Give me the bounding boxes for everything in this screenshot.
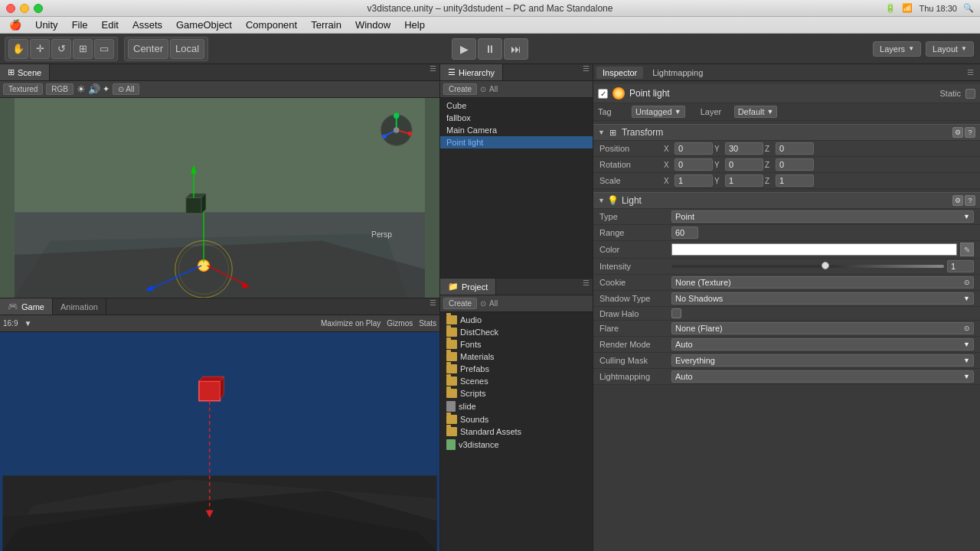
project-item-slide[interactable]: slide <box>440 399 593 413</box>
step-button[interactable]: ⏭ <box>504 38 528 60</box>
menu-gameobject[interactable]: GameObject <box>170 18 238 32</box>
apple-menu[interactable]: 🍎 <box>3 18 28 32</box>
hierarchy-item-cube[interactable]: Cube <box>440 99 593 112</box>
menu-unity[interactable]: Unity <box>29 18 64 32</box>
light-header[interactable]: ▼ 💡 Light ⚙ ? <box>593 192 980 209</box>
play-button[interactable]: ▶ <box>452 38 476 60</box>
scene-panel-menu[interactable]: ☰ <box>426 64 439 80</box>
game-view[interactable] <box>0 332 439 551</box>
menu-help[interactable]: Help <box>398 18 431 32</box>
light-cookie-dropdown[interactable]: None (Texture) ⊙ <box>671 276 974 289</box>
object-name-field[interactable]: Point light <box>629 88 935 99</box>
rect-tool[interactable]: ▭ <box>94 39 114 59</box>
center-pivot-btn[interactable]: Center <box>128 39 168 59</box>
light-settings-btn[interactable]: ⚙ <box>952 195 963 206</box>
lightmapping-dropdown[interactable]: Auto ▼ <box>671 370 974 383</box>
scale-x-field[interactable]: 1 <box>675 174 713 187</box>
project-item-prefabs[interactable]: Prefabs <box>440 363 593 375</box>
transform-settings-btn[interactable]: ⚙ <box>952 127 963 138</box>
object-active-checkbox[interactable]: ✓ <box>598 89 608 99</box>
light-range-field[interactable]: 60 <box>671 227 698 239</box>
hand-tool[interactable]: ✋ <box>8 39 28 59</box>
rotation-z-field[interactable]: 0 <box>776 158 814 171</box>
culling-mask-dropdown[interactable]: Everything ▼ <box>671 354 974 367</box>
close-button[interactable] <box>6 4 15 13</box>
project-panel-menu[interactable]: ☰ <box>580 279 593 295</box>
hierarchy-create-btn[interactable]: Create <box>443 83 477 95</box>
project-item-scripts[interactable]: Scripts <box>440 387 593 399</box>
audio-icon[interactable]: 🔊 <box>88 83 100 95</box>
scale-y-field[interactable]: 1 <box>725 174 763 187</box>
fx-icon[interactable]: ✦ <box>103 84 109 94</box>
menu-edit[interactable]: Edit <box>96 18 125 32</box>
menu-terrain[interactable]: Terrain <box>305 18 348 32</box>
scale-z-field[interactable]: 1 <box>776 174 814 187</box>
project-item-sounds[interactable]: Sounds <box>440 413 593 425</box>
project-item-scenes[interactable]: Scenes <box>440 375 593 387</box>
maximize-on-play-btn[interactable]: Maximize on Play <box>321 319 381 328</box>
pause-button[interactable]: ⏸ <box>478 38 502 60</box>
position-y-field[interactable]: 30 <box>725 142 763 155</box>
rotation-x-field[interactable]: 0 <box>675 158 713 171</box>
layers-dropdown[interactable]: Layers ▼ <box>873 41 921 57</box>
menu-file[interactable]: File <box>66 18 94 32</box>
scale-tool[interactable]: ⊞ <box>73 39 93 59</box>
project-item-audio[interactable]: Audio <box>440 314 593 326</box>
move-tool[interactable]: ✛ <box>30 39 50 59</box>
tab-animation[interactable]: Animation <box>53 298 106 315</box>
light-question-btn[interactable]: ? <box>965 195 975 206</box>
tag-dropdown[interactable]: Untagged ▼ <box>632 106 685 118</box>
stats-btn[interactable]: Stats <box>419 319 436 328</box>
position-x-field[interactable]: 0 <box>675 142 713 155</box>
tab-scene[interactable]: ⊞ Scene <box>0 64 50 80</box>
layer-dropdown[interactable]: Default ▼ <box>734 106 778 118</box>
textured-btn[interactable]: Textured <box>3 83 43 95</box>
search-icon[interactable]: 🔍 <box>963 3 974 13</box>
layout-dropdown[interactable]: Layout ▼ <box>926 41 974 57</box>
tab-hierarchy[interactable]: ☰ Hierarchy <box>440 64 503 80</box>
maximize-button[interactable] <box>34 4 43 13</box>
gizmos-btn[interactable]: Gizmos <box>387 319 413 328</box>
hierarchy-panel-menu[interactable]: ☰ <box>580 64 593 80</box>
scene-view[interactable]: Persp <box>0 98 439 298</box>
rotate-tool[interactable]: ↺ <box>51 39 71 59</box>
rotation-y-field[interactable]: 0 <box>725 158 763 171</box>
hierarchy-item-fallbox[interactable]: fallbox <box>440 112 593 124</box>
project-item-standard-assets[interactable]: Standard Assets <box>440 425 593 438</box>
project-create-btn[interactable]: Create <box>443 298 477 309</box>
transform-question-btn[interactable]: ? <box>965 127 975 138</box>
hierarchy-item-maincamera[interactable]: Main Camera <box>440 124 593 136</box>
tab-game[interactable]: 🎮 Game <box>0 298 53 315</box>
intensity-slider[interactable] <box>671 265 944 268</box>
project-item-distcheck[interactable]: DistCheck <box>440 326 593 338</box>
static-checkbox[interactable] <box>965 89 975 99</box>
project-item-v3distance[interactable]: v3distance <box>440 438 593 452</box>
inspector-panel-menu[interactable]: ☰ <box>964 68 977 77</box>
menu-component[interactable]: Component <box>240 18 303 32</box>
render-mode-dropdown[interactable]: Auto ▼ <box>671 338 974 350</box>
rgb-btn[interactable]: RGB <box>46 83 74 95</box>
tab-project[interactable]: 📁 Project <box>440 279 496 295</box>
position-z-field[interactable]: 0 <box>776 142 814 155</box>
project-item-fonts[interactable]: Fonts <box>440 338 593 350</box>
intensity-thumb[interactable] <box>822 262 829 269</box>
shadow-type-dropdown[interactable]: No Shadows ▼ <box>671 292 974 305</box>
local-global-btn[interactable]: Local <box>170 39 204 59</box>
light-type-dropdown[interactable]: Point ▼ <box>671 210 974 223</box>
flare-dropdown[interactable]: None (Flare) ⊙ <box>671 322 974 334</box>
all-layers-btn[interactable]: ⊙ All <box>113 83 139 95</box>
project-item-materials[interactable]: Materials <box>440 350 593 363</box>
tab-lightmapping[interactable]: Lightmapping <box>646 67 709 79</box>
transform-header[interactable]: ▼ ⊞ Transform ⚙ ? <box>593 124 980 141</box>
draw-halo-checkbox[interactable] <box>671 308 681 318</box>
intensity-value[interactable]: 1 <box>947 260 974 272</box>
minimize-button[interactable] <box>20 4 29 13</box>
menu-window[interactable]: Window <box>349 18 397 32</box>
sun-icon[interactable]: ☀ <box>77 83 86 95</box>
hierarchy-item-pointlight[interactable]: Point light <box>440 136 593 148</box>
tab-inspector[interactable]: Inspector <box>596 67 643 79</box>
game-panel-menu[interactable]: ☰ <box>426 298 439 315</box>
color-picker-btn[interactable]: ✎ <box>960 243 974 256</box>
menu-assets[interactable]: Assets <box>126 18 168 32</box>
light-color-swatch[interactable] <box>671 243 957 256</box>
